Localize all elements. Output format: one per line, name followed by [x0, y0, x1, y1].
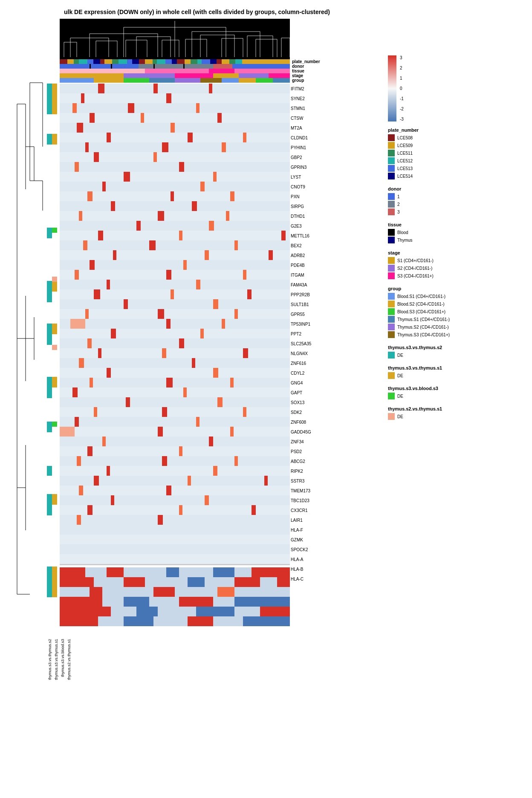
svg-rect-73 [222, 59, 229, 64]
group-blood-s1-color [388, 293, 395, 300]
svg-rect-231 [60, 387, 290, 397]
svg-rect-284 [252, 567, 290, 577]
svg-rect-224 [60, 368, 290, 378]
gene-label-gbp2: GBP2 [291, 155, 302, 160]
svg-rect-159 [200, 182, 205, 191]
de-thymus-s2-s1-color [388, 413, 395, 420]
gene-label-syne2: SYNE2 [291, 96, 305, 101]
group-thymus-s3: Thymus.S3 (CD4-/CD161+) [388, 331, 528, 338]
svg-rect-74 [229, 59, 235, 64]
svg-rect-195 [196, 280, 200, 289]
gene-label-cdyl2: CDYL2 [291, 371, 305, 376]
donor-1-label: 1 [397, 194, 400, 199]
svg-rect-240 [243, 407, 246, 417]
svg-rect-213 [200, 329, 204, 338]
svg-rect-217 [60, 348, 290, 358]
svg-rect-294 [217, 587, 234, 597]
svg-rect-202 [213, 299, 218, 309]
svg-rect-235 [126, 397, 130, 407]
svg-rect-51 [79, 59, 87, 64]
svg-rect-59 [132, 59, 139, 64]
gene-label-cx3cr1: CX3CR1 [291, 508, 308, 513]
tissue-thymus-label: Thymus [397, 238, 413, 243]
svg-rect-98 [149, 78, 175, 83]
svg-rect-156 [213, 172, 217, 182]
svg-rect-251 [60, 446, 290, 456]
gene-label-nlgn4x: NLGN4X [291, 351, 308, 356]
svg-rect-125 [209, 84, 212, 93]
plate-number-legend-title: plate_number [388, 127, 528, 133]
stage-s1-label: S1 (CD4+/CD161-) [397, 258, 434, 263]
svg-rect-233 [183, 387, 187, 397]
svg-rect-249 [102, 437, 106, 446]
svg-rect-188 [183, 260, 187, 270]
group-thymus-s2-color [388, 324, 395, 330]
svg-rect-166 [192, 201, 197, 211]
svg-rect-225 [107, 368, 111, 378]
de-bar-gold-2 [52, 134, 57, 145]
de-thymus-s3-blood-s3-de-label: DE [397, 394, 403, 399]
svg-rect-247 [230, 427, 234, 437]
svg-rect-164 [60, 201, 290, 211]
de-thymus-s3-s1-color [388, 372, 395, 379]
de-bar-teal-5 [47, 324, 52, 345]
svg-rect-97 [124, 78, 149, 83]
svg-rect-208 [70, 319, 85, 329]
gene-label-mt2a: MT2A [291, 126, 302, 130]
gene-label-fam43a: FAM43A [291, 283, 307, 287]
stage-s1-color [388, 257, 395, 264]
stage-label: stage [292, 73, 304, 78]
svg-rect-52 [87, 59, 93, 64]
svg-rect-96 [94, 78, 124, 83]
gene-label-hlaa: HLA-A [291, 557, 304, 562]
plate-lce514-label: LCE514 [397, 174, 413, 179]
plate-lce511-label: LCE511 [397, 151, 413, 156]
svg-rect-311 [60, 535, 290, 544]
de-thymus-s3-blood-s3-title: thymus.s3.vs.blood.s3 [388, 386, 528, 391]
svg-rect-218 [98, 348, 101, 358]
svg-rect-135 [141, 113, 144, 123]
svg-rect-143 [243, 133, 246, 142]
svg-rect-263 [94, 476, 99, 486]
svg-rect-75 [235, 59, 242, 64]
svg-rect-228 [90, 378, 93, 387]
svg-rect-229 [166, 378, 173, 387]
gene-label-hlab: HLA-B [291, 567, 304, 572]
svg-rect-198 [171, 289, 174, 299]
tissue-blood-label: Blood [397, 230, 408, 235]
group-thymus-s3-label: Thymus.S3 (CD4-/CD161+) [397, 332, 450, 337]
svg-rect-131 [128, 103, 134, 113]
svg-rect-76 [242, 59, 290, 64]
svg-rect-68 [191, 59, 197, 64]
svg-rect-79 [213, 64, 232, 69]
xlabel-1: thymus.s2.vs.thymus.s1 [67, 639, 71, 680]
svg-rect-259 [47, 466, 52, 476]
stage-s3-label: S3 (CD4-/CD161+) [397, 274, 434, 278]
group-thymus-s1-label: Thymus.S1 (CD4+/CD161-) [397, 317, 450, 322]
de-bar-teal-8 [47, 494, 52, 515]
svg-rect-175 [98, 231, 103, 240]
plate-number-label: plate_number [292, 59, 320, 64]
de-thymus-s3-s2-legend: thymus.s3.vs.thymus.s2 DE [388, 345, 528, 359]
svg-rect-88 [234, 69, 290, 73]
gene-label-hlaf: HLA-F [291, 528, 303, 532]
svg-rect-269 [60, 495, 290, 505]
svg-rect-254 [60, 456, 290, 466]
gene-label-sult1b1: SULT1B1 [291, 302, 309, 307]
de-bar-gold-7 [52, 567, 57, 597]
svg-rect-289 [234, 577, 260, 587]
svg-rect-57 [119, 59, 127, 64]
de-thymus-s3-s2-item: DE [388, 352, 528, 359]
plate-number-legend: plate_number LCE508 LCE509 LCE511 LCE512… [388, 127, 528, 180]
de-thymus-s2-s1-legend: thymus.s2.vs.thymus.s1 DE [388, 406, 528, 421]
stage-s3-color [388, 272, 395, 279]
gene-label-gapt: GAPT [291, 390, 302, 395]
plate-lce512: LCE512 [388, 157, 528, 164]
svg-rect-173 [209, 221, 214, 231]
group-legend: group Blood.S1 (CD4+/CD161-) Blood.S2 (C… [388, 286, 528, 339]
gene-label-tmem173: TMEM173 [291, 489, 311, 493]
svg-rect-277 [77, 515, 81, 525]
svg-rect-183 [113, 250, 116, 260]
svg-rect-290 [277, 577, 290, 587]
svg-rect-288 [188, 577, 205, 587]
